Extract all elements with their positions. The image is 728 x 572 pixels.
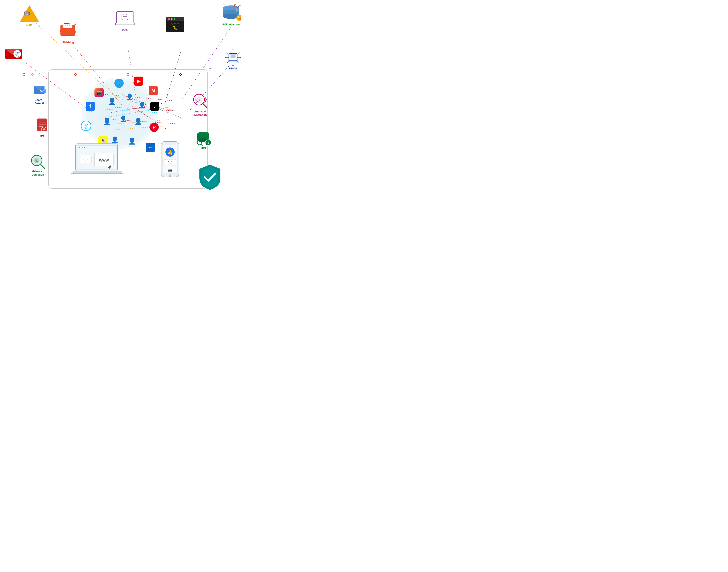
ddos-icon-svg: || <box>223 48 244 66</box>
dos-label: DOS <box>122 28 128 31</box>
svg-point-49 <box>174 18 175 20</box>
svg-marker-66 <box>240 57 241 58</box>
bots-threat: 🤖 Bots <box>20 5 39 27</box>
person-icon-7: 👤 <box>111 136 119 143</box>
ips-label: IPS <box>40 134 45 137</box>
spam-detection-label: SpamDetection <box>35 98 47 105</box>
twitter-icon: 🐦 <box>114 79 124 88</box>
person-icon-1: 👤 <box>108 97 116 105</box>
ids-widget: $ IDS <box>195 130 212 150</box>
sql-db-svg: 💊 <box>221 4 241 22</box>
svg-point-83 <box>79 147 80 148</box>
phone-svg: 👍 💬 📷 <box>160 141 181 178</box>
dos-icon-svg <box>114 10 135 27</box>
svg-point-47 <box>168 18 170 20</box>
svg-point-121 <box>197 134 209 138</box>
svg-text:!: ! <box>198 96 200 99</box>
person-icon-3: 👤 <box>138 102 146 109</box>
gmail-icon: M <box>148 86 158 95</box>
svg-text:* * *: * * * <box>65 24 70 27</box>
svg-line-40 <box>75 31 75 35</box>
person-icon-2: 👤 <box>126 93 133 100</box>
facebook-icon: f <box>86 102 95 111</box>
svg-text:👍: 👍 <box>167 149 173 155</box>
anomaly-detection-widget: ! AnomalyDetection <box>191 92 210 117</box>
svg-line-39 <box>75 23 76 25</box>
mobile-phone: 👍 💬 📷 <box>160 141 183 181</box>
deco-star-2: ✳ <box>233 3 236 8</box>
svg-rect-93 <box>71 172 123 174</box>
svg-marker-70 <box>232 65 234 66</box>
svg-text:www: www <box>99 158 109 162</box>
svg-rect-42 <box>115 23 134 25</box>
ips-widget: IPS <box>35 118 50 137</box>
ids-svg: $ <box>195 130 212 146</box>
svg-text:</XSS>: </XSS> <box>171 22 179 25</box>
svg-point-24 <box>32 73 34 75</box>
svg-marker-78 <box>238 63 240 63</box>
svg-line-38 <box>59 29 60 31</box>
svg-point-84 <box>82 147 83 148</box>
svg-text:💊: 💊 <box>237 16 241 20</box>
malware-detection-widget: 🐛 MalwareDetection <box>29 153 46 176</box>
ddos-threat: || DDOS <box>223 48 244 70</box>
svg-marker-64 <box>225 57 226 58</box>
sql-label: SQL Injection <box>222 23 240 26</box>
phishing-label: Phishing <box>63 41 74 44</box>
svg-point-108 <box>43 128 45 131</box>
bots-label: Bots <box>26 23 33 27</box>
svg-line-125 <box>201 144 202 146</box>
spam-detect-svg <box>33 82 49 97</box>
malware-detect-svg: 🐛 <box>29 153 46 169</box>
svg-text:💬: 💬 <box>168 160 172 164</box>
svg-point-22 <box>209 68 211 70</box>
tiktok-icon: ♪ <box>150 102 159 111</box>
svg-text:||: || <box>233 56 233 58</box>
phishing-icon-svg: * * * <box>59 19 78 40</box>
ids-label: IDS <box>201 147 206 150</box>
bots-triangle-icon: 🤖 <box>20 5 39 22</box>
at-symbol-icon: @ <box>81 121 91 131</box>
security-shield <box>197 164 223 195</box>
svg-line-77 <box>236 60 239 63</box>
svg-rect-86 <box>80 155 91 163</box>
malware-detection-label: MalwareDetection <box>32 170 44 176</box>
youtube-icon: ▶ <box>134 77 143 86</box>
svg-text:$: $ <box>207 141 209 144</box>
svg-line-115 <box>203 104 207 108</box>
svg-point-48 <box>171 18 173 20</box>
spam-envelope-svg: SPAM 🔍 <box>4 45 23 60</box>
shield-svg <box>197 164 223 191</box>
deco-star-1: ✳ <box>223 2 226 7</box>
phishing-threat: * * * Phishing <box>59 19 78 44</box>
anomaly-detect-svg: ! <box>191 92 210 109</box>
main-scene: 🤖 Bots SPAM 🔍 * * * <box>0 0 252 199</box>
svg-text:🔍: 🔍 <box>15 53 19 57</box>
person-icon-4: 👤 <box>103 118 111 126</box>
laptop-computer: www <box>71 143 143 181</box>
ips-svg <box>35 118 50 133</box>
spam-email-icon: SPAM 🔍 <box>4 45 23 62</box>
xss-icon-svg: </XSS> 🐛 <box>166 17 185 33</box>
person-icon-6: 👤 <box>134 118 142 125</box>
laptop-svg: www <box>71 143 138 178</box>
svg-line-111 <box>41 165 45 168</box>
dos-threat: DOS <box>114 10 135 31</box>
svg-text:🐛: 🐛 <box>173 25 178 30</box>
pinterest-icon: P <box>149 123 159 132</box>
svg-marker-68 <box>232 49 234 50</box>
spam-detection-widget: SpamDetection <box>33 82 49 105</box>
linkedin-icon: in <box>146 143 155 152</box>
svg-rect-58 <box>236 8 237 12</box>
svg-text:🐛: 🐛 <box>35 158 39 163</box>
ddos-label: DDOS <box>229 67 237 70</box>
anomaly-detection-label: AnomalyDetection <box>194 110 206 117</box>
svg-point-85 <box>84 147 85 148</box>
sql-threat: ✳ ✳ 💊 SQL Injection <box>221 4 241 26</box>
xss-threat: </XSS> 🐛 <box>166 17 185 33</box>
svg-point-96 <box>169 174 171 176</box>
instagram-icon: 📷 <box>95 88 104 97</box>
svg-text:📷: 📷 <box>168 168 172 172</box>
person-icon-5: 👤 <box>120 115 127 122</box>
svg-point-23 <box>23 73 25 75</box>
